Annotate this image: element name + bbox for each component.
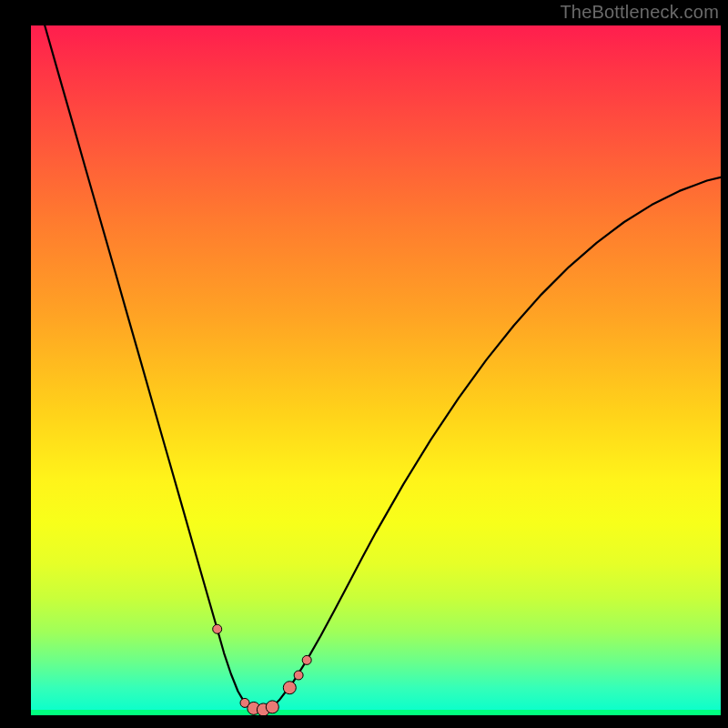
highlight-markers — [213, 624, 312, 715]
marker-point — [283, 682, 296, 694]
marker-point — [266, 701, 278, 713]
curve-svg — [31, 25, 721, 715]
watermark-text: TheBottleneck.com — [560, 2, 719, 23]
chart-frame: TheBottleneck.com — [0, 0, 728, 728]
marker-point — [213, 624, 222, 633]
marker-point — [302, 655, 311, 664]
bottleneck-curve — [45, 25, 721, 712]
marker-point — [294, 671, 303, 680]
plot-area — [31, 25, 721, 715]
